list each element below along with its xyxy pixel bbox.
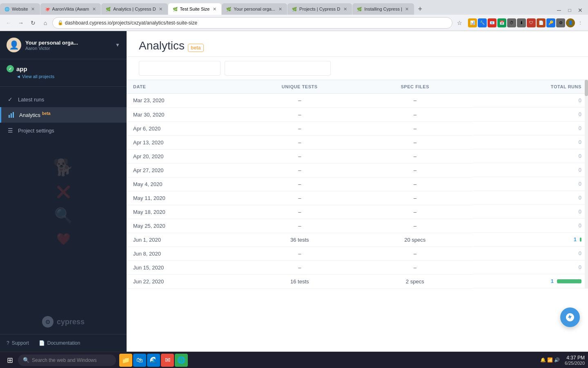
browser-tab-installing-cypress[interactable]: 🌿 Installing Cypress | ✕	[352, 3, 414, 15]
tab-close-icon[interactable]: ✕	[342, 6, 348, 12]
spec-cell: –	[357, 205, 473, 219]
maximize-button[interactable]: □	[565, 6, 574, 15]
run-bar-large	[557, 279, 581, 283]
table-row: May 25, 2020 – – 0	[127, 219, 588, 233]
taskbar-system: 🔔 📶 🔊	[540, 357, 560, 363]
taskbar-search[interactable]: 🔍 Search the web and Windows	[18, 355, 116, 366]
tab-favicon: 🌿	[105, 6, 111, 12]
table-row: Mar 23, 2020 – – 0	[127, 94, 588, 108]
tab-label: Installing Cypress |	[364, 7, 402, 11]
spec-cell: –	[357, 108, 473, 121]
spec-cell: –	[357, 191, 473, 205]
chat-button[interactable]	[560, 307, 580, 327]
clock-time: 4:37 PM	[565, 355, 585, 361]
org-header[interactable]: 👤 Your personal orga... Aaron Victor ▼	[0, 31, 127, 59]
ext-icon-5[interactable]: ⏱	[507, 18, 516, 27]
sidebar-item-latest-runs[interactable]: ✓ Latest runs	[0, 92, 127, 107]
close-window-button[interactable]: ✕	[576, 6, 585, 15]
documentation-link[interactable]: 📄 Documentation	[39, 340, 80, 346]
ext-icon-1[interactable]: 📊	[468, 18, 477, 27]
spec-cell: –	[357, 121, 473, 135]
ext-icon-2[interactable]: 🔧	[478, 18, 487, 27]
table-container: DATE UNIQUE TESTS SPEC FILES TOTAL RUNS …	[127, 80, 588, 289]
beta-badge: beta	[42, 111, 51, 116]
tab-close-icon[interactable]: ✕	[212, 6, 217, 12]
filter-box-2[interactable]	[225, 61, 331, 76]
bookmark-button[interactable]: ☆	[454, 18, 465, 28]
scrollbar-track	[585, 80, 588, 289]
sidebar-nav: ✓ Latest runs Analyticsbeta ☰ Project se…	[0, 88, 127, 141]
browser-tab-test-suite-size[interactable]: 🌿 Test Suite Size ✕	[168, 3, 222, 15]
runs-cell: 0	[473, 219, 588, 233]
new-tab-button[interactable]: +	[414, 3, 426, 15]
date-cell: Mar 30, 2020	[127, 108, 242, 121]
org-info: Your personal orga... Aaron Victor	[25, 40, 115, 51]
browser-tab-analytics-cypress[interactable]: 🌿 Analytics | Cypress D ✕	[101, 3, 167, 15]
scrollbar-thumb[interactable]	[585, 80, 588, 96]
tab-close-icon[interactable]: ✕	[158, 6, 164, 12]
browser-chrome: 🌐 Website ✕ 🐙 AaronVikta (Awam ✕ 🌿 Analy…	[0, 0, 588, 31]
tab-label: Test Suite Size	[180, 7, 210, 11]
search-placeholder: Search the web and Windows	[32, 357, 97, 363]
support-link[interactable]: ? Support	[7, 340, 29, 346]
tab-close-icon[interactable]: ✕	[91, 6, 97, 12]
runs-cell: 0	[473, 149, 588, 163]
taskbar-store[interactable]: 🛍	[133, 354, 146, 367]
table-row: Apr 27, 2020 – – 0	[127, 163, 588, 177]
tab-bar: 🌐 Website ✕ 🐙 AaronVikta (Awam ✕ 🌿 Analy…	[0, 0, 588, 15]
forward-button[interactable]: →	[16, 18, 26, 28]
minimize-button[interactable]: ─	[555, 6, 564, 15]
taskbar-chrome[interactable]: 🌐	[175, 354, 188, 367]
date-cell: Jun 1, 2020	[127, 233, 242, 247]
tab-favicon: 🌿	[356, 6, 362, 12]
ext-icon-6[interactable]: ⬇	[517, 18, 526, 27]
ext-icon-settings[interactable]: ⚙	[556, 18, 565, 27]
browser-tab-projects-cypress[interactable]: 🌿 Projects | Cypress D ✕	[287, 3, 352, 15]
runs-cell: 0	[473, 191, 588, 205]
runs-cell: 0	[473, 135, 588, 149]
taskbar-edge[interactable]: 🌊	[147, 354, 160, 367]
menu-icon[interactable]: ⋮	[576, 18, 585, 27]
date-cell: May 4, 2020	[127, 177, 242, 191]
main-content[interactable]: Analytics beta DATE UNIQUE TESTS SPEC FI…	[127, 31, 588, 352]
runs-cell: 1	[473, 274, 588, 288]
svg-rect-1	[11, 113, 12, 118]
refresh-button[interactable]: ↻	[28, 18, 38, 28]
table-row: May 18, 2020 – – 0	[127, 205, 588, 219]
ext-icon-9[interactable]: 🔑	[546, 18, 555, 27]
runs-cell: 1	[473, 233, 588, 247]
col-header-date: DATE	[127, 80, 242, 94]
tab-close-icon[interactable]: ✕	[404, 6, 410, 12]
ext-icon-7[interactable]: 🛡	[527, 18, 536, 27]
browser-tab-website[interactable]: 🌐 Website ✕	[0, 3, 40, 15]
clock-date: 6/25/2020	[565, 361, 585, 366]
ext-icon-8[interactable]: 📄	[537, 18, 546, 27]
tab-favicon: 🐙	[45, 6, 50, 12]
tab-label: Analytics | Cypress D	[113, 7, 156, 11]
sidebar-item-project-settings[interactable]: ☰ Project settings	[0, 123, 127, 138]
date-cell: Jun 8, 2020	[127, 247, 242, 260]
table-row: Apr 6, 2020 – – 0	[127, 121, 588, 135]
ext-icon-4[interactable]: 📅	[497, 18, 506, 27]
tab-close-icon[interactable]: ✕	[30, 6, 36, 12]
ext-icon-3[interactable]: 📧	[488, 18, 497, 27]
tab-close-icon[interactable]: ✕	[277, 6, 283, 12]
taskbar-mail[interactable]: ✉	[161, 354, 174, 367]
start-button[interactable]: ⊞	[3, 354, 16, 367]
view-all-projects-link[interactable]: ◄ View all projects	[7, 74, 120, 79]
sidebar-item-analytics[interactable]: Analyticsbeta	[0, 107, 127, 123]
run-bar-small	[580, 238, 581, 242]
filter-box-1[interactable]	[139, 61, 220, 76]
address-bar[interactable]: 🔒 dashboard.cypress.io/projects/cxzyat/a…	[52, 17, 452, 29]
unique-cell: –	[242, 247, 358, 260]
taskbar-explorer[interactable]: 📁	[119, 354, 132, 367]
table-row: Jun 22, 2020 16 tests 2 specs 1	[127, 274, 588, 288]
main-header: Analytics beta	[127, 31, 588, 57]
back-button[interactable]: ←	[3, 18, 14, 28]
home-button[interactable]: ⌂	[40, 18, 51, 28]
spec-cell: –	[357, 219, 473, 233]
browser-tab-aaronvikta[interactable]: 🐙 AaronVikta (Awam ✕	[40, 3, 101, 15]
profile-icon[interactable]: 👤	[566, 18, 575, 27]
date-cell: Apr 13, 2020	[127, 135, 242, 149]
browser-tab-your-personal-orga[interactable]: 🌿 Your personal orga... ✕	[222, 3, 287, 15]
